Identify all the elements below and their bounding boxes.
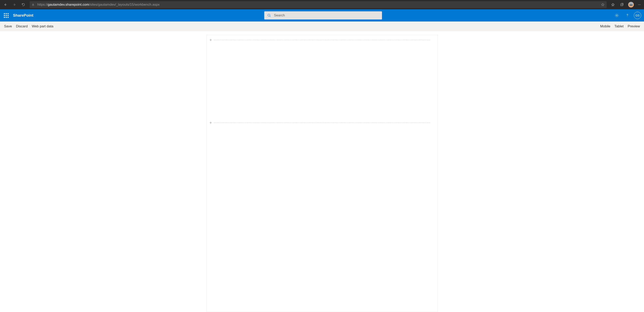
svg-point-4 xyxy=(640,4,640,5)
favorites-list-icon[interactable] xyxy=(609,1,617,8)
svg-point-5 xyxy=(268,14,270,16)
canvas-section[interactable] xyxy=(214,43,430,120)
back-button[interactable] xyxy=(1,1,10,8)
gear-icon xyxy=(614,13,619,18)
plus-icon xyxy=(209,38,212,41)
webpartdata-button[interactable]: Web part data xyxy=(32,24,53,28)
section-divider xyxy=(214,121,430,125)
user-persona[interactable]: GS xyxy=(634,12,641,19)
app-launcher-button[interactable] xyxy=(0,9,12,21)
canvas-page xyxy=(206,35,438,312)
browser-profile-avatar[interactable] xyxy=(628,2,634,7)
settings-button[interactable] xyxy=(613,11,621,19)
svg-point-2 xyxy=(638,4,638,5)
browser-toolbar: https://gautamdev.sharepoint.com/sites/g… xyxy=(0,0,644,9)
waffle-icon xyxy=(4,13,8,18)
search-placeholder: Search xyxy=(274,13,285,17)
discard-button[interactable]: Discard xyxy=(16,24,28,28)
plus-icon xyxy=(209,121,212,124)
workbench-canvas-area xyxy=(0,31,644,312)
forward-button[interactable] xyxy=(10,1,19,8)
add-section-button[interactable] xyxy=(208,120,213,125)
search-icon xyxy=(267,13,271,17)
collections-icon[interactable] xyxy=(618,1,626,8)
svg-point-7 xyxy=(627,16,628,17)
help-button[interactable] xyxy=(623,11,632,19)
search-input[interactable]: Search xyxy=(264,11,382,19)
favorite-star-icon[interactable] xyxy=(601,3,605,6)
lock-icon xyxy=(32,3,34,6)
svg-rect-0 xyxy=(32,4,34,5)
brand-title[interactable]: SharePoint xyxy=(13,13,33,18)
address-bar[interactable]: https://gautamdev.sharepoint.com/sites/g… xyxy=(30,1,607,8)
add-section-button[interactable] xyxy=(208,37,213,42)
suite-bar: SharePoint Search GS xyxy=(0,9,644,21)
save-button[interactable]: Save xyxy=(4,24,12,28)
refresh-button[interactable] xyxy=(19,1,28,8)
more-menu-icon[interactable] xyxy=(636,1,643,8)
preview-button[interactable]: Preview xyxy=(628,24,640,28)
command-bar: Save Discard Web part data Mobile Tablet… xyxy=(0,21,644,31)
url-text: https://gautamdev.sharepoint.com/sites/g… xyxy=(37,3,160,7)
svg-point-3 xyxy=(639,4,640,5)
section-divider xyxy=(214,38,430,42)
help-icon xyxy=(625,13,630,18)
mobile-view-button[interactable]: Mobile xyxy=(600,24,610,28)
svg-point-6 xyxy=(616,15,618,16)
tablet-view-button[interactable]: Tablet xyxy=(614,24,624,28)
persona-initials: GS xyxy=(636,14,640,17)
